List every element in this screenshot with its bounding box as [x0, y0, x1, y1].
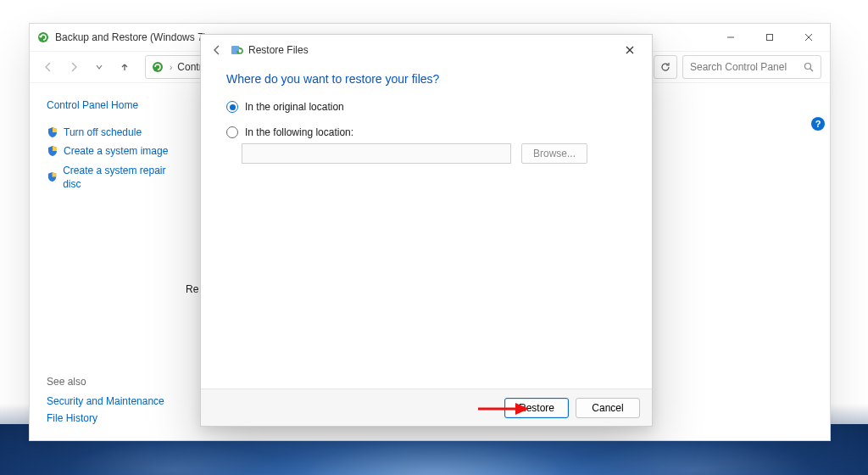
maximize-button[interactable] — [750, 24, 789, 51]
radio-icon — [226, 101, 238, 113]
window-title: Backup and Restore (Windows 7) — [55, 31, 207, 43]
radio-icon — [226, 126, 238, 138]
see-also-file-history[interactable]: File History — [47, 411, 164, 425]
restore-path-input[interactable] — [242, 143, 511, 164]
sidebar: Control Panel Home Turn off schedule Cre… — [30, 83, 186, 440]
task-label: Create a system image — [64, 144, 168, 158]
search-placeholder: Search Control Panel — [690, 61, 787, 73]
minimize-button[interactable] — [711, 24, 750, 51]
chevron-right-icon: › — [170, 63, 172, 72]
option-label: In the following location: — [245, 126, 353, 138]
refresh-button[interactable] — [654, 55, 677, 79]
dialog-title: Restore Files — [248, 44, 309, 56]
browse-button[interactable]: Browse... — [521, 143, 587, 164]
dialog-titlebar: Restore Files — [201, 35, 652, 65]
shield-icon — [47, 145, 58, 157]
see-also-heading: See also — [47, 376, 164, 388]
see-also-security[interactable]: Security and Maintenance — [47, 394, 164, 408]
task-create-system-image[interactable]: Create a system image — [47, 144, 179, 158]
nav-up-button[interactable] — [114, 57, 135, 77]
task-label: Create a system repair disc — [63, 164, 179, 191]
backup-restore-icon — [151, 60, 164, 74]
svg-rect-2 — [767, 35, 773, 41]
restore-files-icon — [230, 43, 243, 57]
search-input[interactable]: Search Control Panel — [682, 55, 821, 79]
restore-row-truncated: Re — [186, 283, 198, 295]
option-label: In the original location — [245, 101, 344, 113]
see-also-section: See also Security and Maintenance File H… — [47, 376, 164, 428]
dialog-back-button[interactable] — [208, 41, 226, 59]
shield-icon — [47, 171, 58, 183]
restore-button[interactable]: Restore — [504, 398, 569, 418]
task-turn-off-schedule[interactable]: Turn off schedule — [47, 126, 179, 139]
close-button[interactable] — [789, 24, 828, 51]
task-label: Turn off schedule — [64, 126, 142, 139]
control-panel-home-link[interactable]: Control Panel Home — [47, 98, 179, 112]
backup-restore-icon — [36, 31, 50, 44]
option-following-location[interactable]: In the following location: — [226, 126, 626, 138]
svg-point-5 — [153, 62, 163, 72]
svg-line-7 — [810, 69, 813, 71]
option-original-location[interactable]: In the original location — [226, 101, 626, 113]
nav-back-button[interactable] — [38, 57, 58, 77]
restore-files-dialog: Restore Files Where do you want to resto… — [200, 34, 653, 427]
cancel-button[interactable]: Cancel — [576, 398, 640, 418]
dialog-body: Where do you want to restore your files?… — [201, 65, 652, 388]
shield-icon — [47, 126, 58, 138]
nav-recent-button[interactable] — [89, 57, 109, 77]
dialog-footer: Restore Cancel — [201, 388, 652, 426]
dialog-heading: Where do you want to restore your files? — [226, 72, 626, 86]
svg-point-6 — [805, 64, 811, 70]
dialog-close-button[interactable] — [611, 37, 648, 63]
search-icon — [804, 62, 814, 72]
nav-forward-button[interactable] — [64, 57, 84, 77]
task-create-repair-disc[interactable]: Create a system repair disc — [47, 164, 179, 191]
svg-point-0 — [38, 32, 48, 42]
